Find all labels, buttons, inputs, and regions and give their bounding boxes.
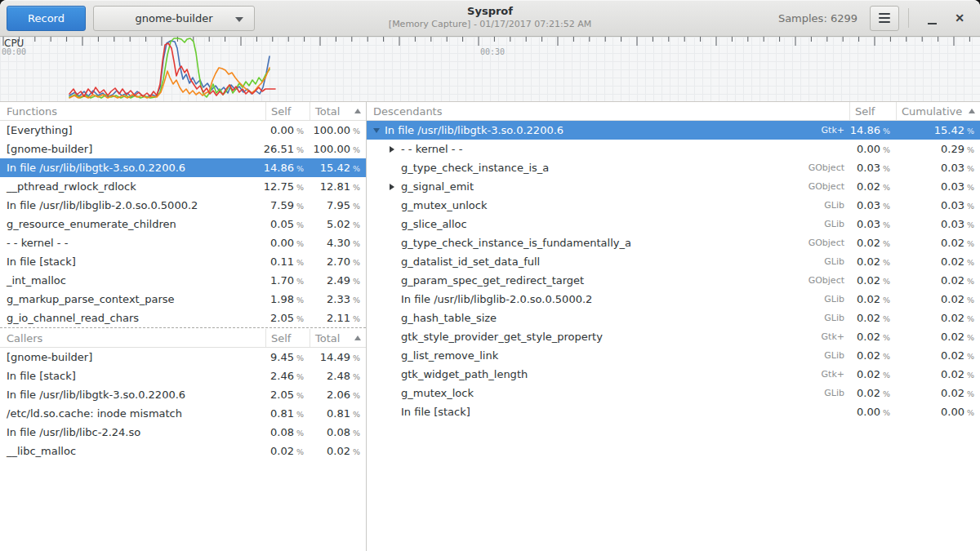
- profile-panes: Functions Self Total [Everything]0.00%10…: [0, 102, 980, 551]
- function-name: In file [stack]: [0, 370, 265, 382]
- function-name: In file /usr/lib/libgtk-3.so.0.2200.6: [0, 162, 265, 174]
- table-row[interactable]: - - kernel - -0.00%4.30%: [0, 233, 366, 252]
- library-category-badge: GLib: [824, 200, 849, 211]
- column-header-descendants-self[interactable]: Self: [849, 102, 896, 120]
- process-selector-label: gnome-builder: [135, 12, 212, 24]
- column-header-functions-total[interactable]: Total: [310, 102, 366, 120]
- table-row[interactable]: g_mutex_lockGLib0.02%0.02%: [367, 384, 980, 402]
- percent-cell: 0.02%: [896, 368, 980, 380]
- table-row[interactable]: In file /usr/lib/libglib-2.0.so.0.5000.2…: [367, 290, 980, 309]
- table-row[interactable]: g_type_check_instance_is_aGObject0.03%0.…: [367, 158, 980, 177]
- descendant-name: gtk_style_provider_get_style_propertyGtk…: [367, 331, 849, 343]
- function-name: __libc_malloc: [0, 445, 265, 457]
- percent-cell: 15.42%: [310, 162, 366, 174]
- percent-cell: 9.45%: [265, 351, 310, 363]
- cpu-graph[interactable]: CPU 00:00 00:30: [0, 37, 980, 102]
- column-header-functions[interactable]: Functions: [0, 105, 265, 118]
- column-header-callers-self[interactable]: Self: [265, 329, 310, 347]
- descendant-name: g_datalist_id_set_data_fullGLib: [367, 256, 849, 268]
- descendant-name: g_mutex_lockGLib: [367, 387, 849, 399]
- library-category-badge: GLib: [824, 350, 849, 361]
- left-pane: Functions Self Total [Everything]0.00%10…: [0, 102, 367, 551]
- table-row[interactable]: - - kernel - -0.00%0.29%: [367, 140, 980, 158]
- library-category-badge: Gtk+: [822, 369, 849, 380]
- percent-cell: 1.98%: [265, 293, 310, 305]
- percent-cell: 0.03%: [896, 218, 980, 230]
- table-row[interactable]: In file /usr/lib/libgtk-3.so.0.2200.6Gtk…: [367, 121, 980, 140]
- percent-cell: 2.48%: [310, 370, 366, 382]
- table-row[interactable]: g_signal_emitGObject0.02%0.03%: [367, 177, 980, 196]
- descendant-name: g_signal_emitGObject: [367, 180, 849, 193]
- table-row[interactable]: In file [stack]2.46%2.48%: [0, 367, 366, 385]
- table-row[interactable]: In file /usr/lib/libgtk-3.so.0.2200.62.0…: [0, 385, 366, 404]
- table-row[interactable]: gtk_style_provider_get_style_propertyGtk…: [367, 327, 980, 346]
- function-name: g_markup_parse_context_parse: [0, 293, 265, 305]
- expander-closed-icon[interactable]: [390, 184, 394, 190]
- expander-open-icon[interactable]: [373, 128, 380, 133]
- table-row[interactable]: In file /usr/lib/libglib-2.0.so.0.5000.2…: [0, 196, 366, 215]
- percent-cell: 0.02%: [849, 368, 896, 380]
- table-row[interactable]: In file [stack]0.00%0.00%: [367, 402, 980, 421]
- table-row[interactable]: [gnome-builder]9.45%14.49%: [0, 348, 366, 367]
- percent-cell: 0.29%: [896, 143, 980, 155]
- percent-cell: 2.11%: [310, 312, 366, 324]
- table-row[interactable]: g_resource_enumerate_children0.05%5.02%: [0, 215, 366, 233]
- table-row[interactable]: g_hash_table_sizeGLib0.02%0.02%: [367, 309, 980, 327]
- table-row[interactable]: /etc/ld.so.cache: inode mismatch0.81%0.8…: [0, 404, 366, 423]
- column-header-functions-self[interactable]: Self: [265, 102, 310, 120]
- close-icon: ✕: [955, 12, 964, 24]
- descendants-table-header: Descendants Self Cumulative: [367, 102, 980, 121]
- table-row[interactable]: g_param_spec_get_redirect_targetGObject0…: [367, 271, 980, 290]
- expander-closed-icon[interactable]: [390, 146, 394, 153]
- function-name: In file /usr/lib/libc-2.24.so: [0, 426, 265, 438]
- table-row[interactable]: In file [stack]0.11%2.70%: [0, 252, 366, 271]
- samples-count: Samples: 6299: [778, 12, 858, 24]
- column-header-descendants[interactable]: Descendants: [367, 105, 849, 118]
- table-row[interactable]: __libc_malloc0.02%0.02%: [0, 442, 366, 460]
- percent-cell: 0.02%: [849, 387, 896, 399]
- table-row[interactable]: _int_malloc1.70%2.49%: [0, 271, 366, 290]
- function-name: __pthread_rwlock_rdlock: [0, 180, 265, 193]
- table-row[interactable]: [Everything]0.00%100.00%: [0, 121, 366, 140]
- functions-table: [Everything]0.00%100.00%[gnome-builder]2…: [0, 121, 366, 327]
- descendant-name: In file /usr/lib/libglib-2.0.so.0.5000.2…: [367, 293, 849, 305]
- table-row[interactable]: __pthread_rwlock_rdlock12.75%12.81%: [0, 177, 366, 196]
- table-row[interactable]: g_list_remove_linkGLib0.02%0.02%: [367, 346, 980, 365]
- library-category-badge: Gtk+: [822, 125, 849, 136]
- table-row[interactable]: g_markup_parse_context_parse1.98%2.33%: [0, 290, 366, 309]
- percent-cell: 14.49%: [310, 351, 366, 363]
- menu-button[interactable]: [870, 6, 899, 31]
- cpu-green-line: [69, 38, 270, 98]
- column-header-descendants-cumulative[interactable]: Cumulative: [896, 102, 980, 120]
- function-name: [gnome-builder]: [0, 143, 265, 155]
- table-row[interactable]: g_datalist_id_set_data_fullGLib0.02%0.02…: [367, 252, 980, 271]
- table-row[interactable]: In file /usr/lib/libc-2.24.so0.08%0.08%: [0, 423, 366, 442]
- function-name: [gnome-builder]: [0, 351, 265, 363]
- table-row[interactable]: [gnome-builder]26.51%100.00%: [0, 140, 366, 158]
- percent-cell: 0.00%: [265, 237, 310, 249]
- percent-cell: 0.81%: [265, 407, 310, 420]
- library-category-badge: GObject: [808, 275, 849, 286]
- percent-cell: 0.02%: [896, 312, 980, 324]
- cpu-graph-canvas: [0, 37, 980, 101]
- column-header-callers[interactable]: Callers: [0, 332, 265, 344]
- record-button[interactable]: Record: [7, 6, 86, 31]
- table-row[interactable]: gtk_widget_path_lengthGtk+0.02%0.02%: [367, 365, 980, 384]
- descendant-name: g_param_spec_get_redirect_targetGObject: [367, 274, 849, 287]
- close-button[interactable]: ✕: [946, 4, 973, 32]
- minimize-button[interactable]: [918, 4, 946, 32]
- percent-cell: 4.30%: [310, 237, 366, 249]
- table-row[interactable]: g_mutex_unlockGLib0.03%0.03%: [367, 196, 980, 215]
- descendant-name: In file /usr/lib/libgtk-3.so.0.2200.6Gtk…: [367, 124, 849, 136]
- table-row[interactable]: g_slice_allocGLib0.03%0.03%: [367, 215, 980, 233]
- process-selector-dropdown[interactable]: gnome-builder: [93, 6, 255, 31]
- function-name: - - kernel - -: [0, 237, 265, 249]
- library-category-badge: GLib: [824, 219, 849, 229]
- table-row[interactable]: g_io_channel_read_chars2.05%2.11%: [0, 309, 366, 327]
- library-category-badge: GObject: [808, 162, 849, 173]
- column-header-callers-total[interactable]: Total: [310, 329, 366, 347]
- table-row[interactable]: In file /usr/lib/libgtk-3.so.0.2200.614.…: [0, 158, 366, 177]
- descendants-table: In file /usr/lib/libgtk-3.so.0.2200.6Gtk…: [367, 121, 980, 421]
- table-row[interactable]: g_type_check_instance_is_fundamentally_a…: [367, 233, 980, 252]
- percent-cell: 0.02%: [849, 331, 896, 343]
